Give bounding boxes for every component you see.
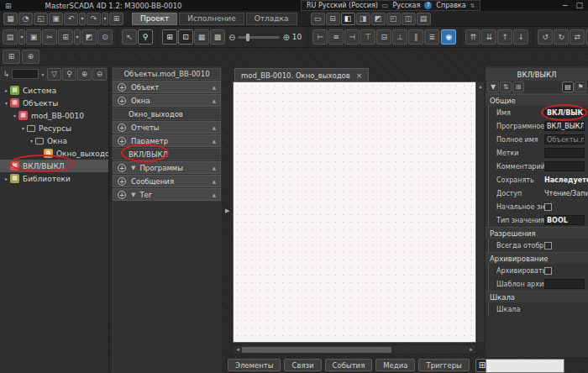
duplicate-menu-icon[interactable]: ▾ (74, 29, 81, 45)
prop-checkbox-always-show[interactable] (544, 242, 552, 250)
rotate-left-icon[interactable]: ↺ (538, 29, 553, 45)
prop-field-name[interactable]: ВКЛ/ВЫКЛ (544, 108, 585, 118)
paste-menu-icon[interactable]: ▾ (18, 29, 25, 45)
prop-field-archive-template[interactable] (544, 279, 585, 289)
prop-checkbox-initial-value[interactable] (544, 203, 552, 211)
zoom-slider-thumb[interactable] (246, 34, 249, 41)
expander-icon[interactable]: ▾ (28, 138, 35, 144)
category-row-programs[interactable]: +▼Программы▲ (113, 161, 221, 174)
palette-tab-4[interactable]: Триггеры (418, 359, 469, 371)
grid-size-icon[interactable]: ▩ (210, 29, 225, 45)
view-settings-icon[interactable]: ▦ (3, 13, 18, 25)
tree-item-on-off[interactable]: ▦ВКЛ/ВЫКЛ (0, 160, 108, 172)
rotate-right-icon[interactable]: ↻ (554, 29, 569, 45)
prop-field-value-type[interactable]: BOOL (544, 215, 585, 225)
main-tab-2[interactable]: Отладка (246, 13, 297, 25)
category-row-windows[interactable]: +Окна▲ (113, 94, 221, 107)
item-row-on-off[interactable]: ВКЛ/ВЫКЛ (113, 148, 221, 160)
send-back-icon[interactable]: ⇊ (481, 29, 496, 45)
palette-tab-0[interactable]: Элементы (228, 359, 281, 371)
view-flags-icon[interactable]: ⚑ (575, 81, 586, 92)
distribute-v-icon[interactable]: ≣ (424, 29, 439, 45)
add-icon[interactable]: + (118, 177, 126, 186)
dock-split-icon[interactable]: ◩ (371, 13, 386, 25)
filter-icon[interactable]: ▽ (47, 68, 61, 81)
collapse-icon[interactable]: ▲ (212, 97, 216, 103)
prop-field-comment[interactable] (544, 161, 585, 171)
collapse-icon[interactable]: ▲ (212, 84, 216, 90)
tree-search-input[interactable] (12, 69, 39, 79)
expander-icon[interactable]: ▾ (19, 125, 27, 131)
add-icon[interactable]: + (118, 137, 126, 145)
filter-properties-icon[interactable]: ▼ (487, 81, 499, 92)
category-row-messages[interactable]: +Сообщения▲ (113, 175, 221, 187)
align-left-icon[interactable]: ⊢ (312, 29, 328, 45)
help-label[interactable]: Справка (436, 2, 465, 9)
tree-item-objects[interactable]: ▾▦Объекты (0, 97, 108, 109)
collapse-icon[interactable]: ▲ (212, 138, 216, 144)
tree-item-mod-bb-0010[interactable]: ▾▦mod_BB-0010 (0, 109, 108, 122)
search-prev-icon[interactable]: ⊖ (92, 68, 107, 81)
search-icon[interactable]: ⚲ (62, 68, 76, 81)
visibility-eye-icon[interactable]: ◉ (441, 29, 456, 45)
select-linked-icon[interactable]: ⊙ (97, 29, 113, 45)
zoom-in-icon[interactable]: ⊕ (282, 33, 289, 42)
collapse-icon[interactable]: ▲ (212, 124, 216, 130)
bring-forward-icon[interactable]: ↑ (497, 29, 512, 45)
tree-item-system[interactable]: ▸▦Система (0, 84, 108, 97)
category-row-tag[interactable]: +▼Тег▲ (113, 188, 221, 201)
add-icon[interactable]: + (118, 97, 126, 105)
category-row-object[interactable]: +Объект▲ (113, 81, 221, 93)
align-center-icon[interactable]: ≡ (328, 29, 344, 45)
design-canvas[interactable] (233, 81, 476, 343)
hscroll-thumb[interactable] (242, 347, 391, 353)
dock-bottom-icon[interactable]: ⊟ (326, 13, 340, 25)
main-tab-0[interactable]: Проект (132, 13, 177, 25)
keyboard-layout-label[interactable]: Русская (392, 2, 420, 9)
restore-button[interactable]: □ (575, 1, 583, 9)
zoom-slider[interactable] (238, 36, 280, 39)
scroll-up-icon[interactable]: ▴ (479, 83, 481, 89)
canvas-tab[interactable]: mod_BB-0010. Окно_выходов × (234, 68, 369, 81)
add-icon[interactable]: + (118, 83, 126, 92)
align-bottom-icon[interactable]: ⊥ (392, 29, 407, 45)
help-icon[interactable]: ? (424, 2, 432, 9)
grid-show-icon[interactable]: ⊞ (162, 29, 177, 45)
section-header-permissions[interactable]: Разрешения (486, 227, 588, 239)
select-same-icon[interactable]: ◩ (81, 29, 97, 45)
expander-icon[interactable]: ▸ (3, 176, 10, 181)
prop-field-program-name[interactable]: ВКЛ_ВЫКЛ (544, 121, 585, 131)
prop-checkbox-archive[interactable] (544, 267, 552, 275)
open-project-icon[interactable]: ◱ (34, 13, 48, 25)
prop-field-labels[interactable] (544, 148, 585, 158)
expander-icon[interactable]: ▾ (3, 100, 10, 106)
expander-icon[interactable]: ▾ (11, 113, 18, 118)
language-indicator[interactable]: RU Русский (Россия) (307, 2, 378, 9)
expand-sections-icon[interactable]: ⊞ (512, 81, 524, 92)
redo-menu-icon[interactable]: ▾ (102, 13, 108, 25)
item-row-output-window[interactable]: Окно_выходов (113, 108, 221, 120)
add-icon[interactable]: + (118, 123, 126, 132)
select-tool-icon[interactable]: ↖ (122, 29, 137, 45)
expander-icon[interactable]: ▸ (3, 87, 10, 93)
tree-item-output-window[interactable]: ▦Окно_выходов (0, 147, 108, 160)
grid-snap-icon[interactable]: ⊡ (178, 29, 193, 45)
scroll-right-icon[interactable]: ▸ (467, 346, 475, 353)
sort-properties-icon[interactable]: ⇅ (500, 81, 512, 92)
canvas-hscrollbar[interactable]: ◂ ▸ (233, 344, 476, 355)
minimize-button[interactable]: − (562, 1, 569, 9)
dock-right-icon[interactable]: ◨ (356, 13, 370, 25)
undo-icon[interactable]: ↶ (64, 13, 78, 25)
send-backward-icon[interactable]: ↓ (513, 29, 528, 45)
tree-item-resources[interactable]: ▾Ресурсы (0, 122, 108, 134)
search-next-icon[interactable]: ⊕ (77, 68, 92, 81)
palette-tab-3[interactable]: Медиа (375, 359, 415, 371)
dock-top-icon[interactable]: ◰ (386, 13, 401, 25)
attach-left-icon[interactable]: ◫ (402, 13, 416, 25)
navigator-icon[interactable]: ⊞ (109, 13, 123, 25)
zoom-tool-icon[interactable]: ⚲ (138, 29, 153, 45)
dock-left-icon[interactable]: ◧ (341, 13, 355, 25)
main-tab-1[interactable]: Исполнение (179, 13, 244, 25)
add-icon[interactable]: + (118, 164, 126, 172)
view-categories-icon[interactable]: ▤ (562, 81, 574, 92)
